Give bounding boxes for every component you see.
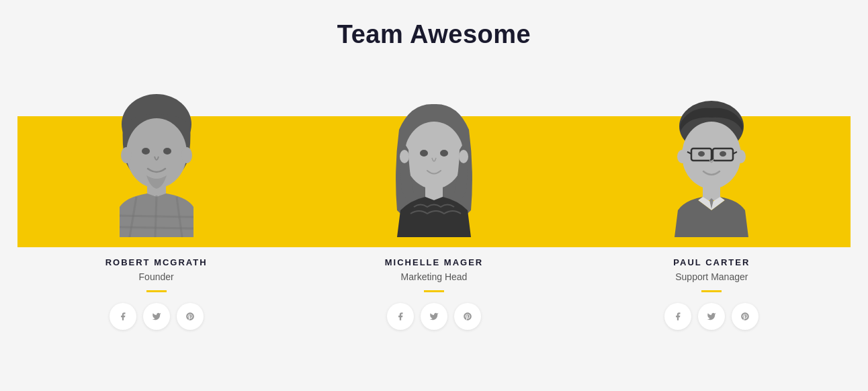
facebook-btn-michelle[interactable] <box>387 303 414 330</box>
svg-point-28 <box>677 150 687 163</box>
social-icons-paul <box>664 303 758 330</box>
member-info-robert: ROBERT MCGRATH Founder <box>105 251 208 330</box>
svg-rect-20 <box>703 185 720 200</box>
svg-point-11 <box>181 147 192 163</box>
member-name-michelle: MICHELLE MAGER <box>385 257 483 267</box>
yellow-divider-michelle <box>424 290 444 292</box>
svg-point-27 <box>720 151 726 157</box>
member-card-michelle: MICHELLE MAGER Marketing Head <box>327 76 541 330</box>
member-photo-michelle <box>360 76 508 237</box>
svg-line-7 <box>120 227 193 228</box>
team-members: ROBERT MCGRATH Founder <box>17 76 851 330</box>
pinterest-btn-paul[interactable] <box>732 303 758 330</box>
member-photo-paul <box>638 76 785 237</box>
svg-line-6 <box>120 216 193 217</box>
pinterest-btn-michelle[interactable] <box>454 303 481 330</box>
svg-point-15 <box>440 150 448 157</box>
svg-point-9 <box>163 148 171 155</box>
member-name-robert: ROBERT MCGRATH <box>105 257 208 267</box>
twitter-btn-paul[interactable] <box>698 303 725 330</box>
svg-point-12 <box>404 122 464 189</box>
social-icons-robert <box>105 303 208 330</box>
member-photo-wrapper-robert <box>69 76 244 237</box>
member-card-paul: PAUL CARTER Support Manager <box>604 76 819 330</box>
member-info-michelle: MICHELLE MAGER Marketing Head <box>385 251 483 330</box>
svg-point-8 <box>142 148 150 155</box>
yellow-divider-paul <box>701 290 722 292</box>
member-role-robert: Founder <box>105 271 208 282</box>
facebook-btn-robert[interactable] <box>110 303 136 330</box>
pinterest-btn-robert[interactable] <box>177 303 204 330</box>
member-role-michelle: Marketing Head <box>385 271 483 282</box>
svg-point-14 <box>420 150 428 157</box>
member-photo-robert <box>83 76 230 237</box>
facebook-btn-paul[interactable] <box>664 303 691 330</box>
twitter-btn-michelle[interactable] <box>421 303 447 330</box>
member-photo-wrapper-paul <box>624 76 799 237</box>
yellow-divider-robert <box>146 290 167 292</box>
twitter-btn-robert[interactable] <box>143 303 170 330</box>
member-role-paul: Support Manager <box>664 271 758 282</box>
team-container: ROBERT MCGRATH Founder <box>17 76 851 330</box>
member-info-paul: PAUL CARTER Support Manager <box>664 251 758 330</box>
page-title: Team Awesome <box>337 20 531 49</box>
svg-point-29 <box>736 150 746 163</box>
svg-point-1 <box>126 118 187 188</box>
svg-point-26 <box>698 151 705 157</box>
member-photo-wrapper-michelle <box>347 76 521 237</box>
member-card-robert: ROBERT MCGRATH Founder <box>49 76 264 330</box>
svg-point-10 <box>121 147 132 163</box>
member-name-paul: PAUL CARTER <box>664 257 758 267</box>
svg-point-16 <box>400 150 409 163</box>
svg-point-17 <box>459 150 468 163</box>
social-icons-michelle <box>385 303 483 330</box>
